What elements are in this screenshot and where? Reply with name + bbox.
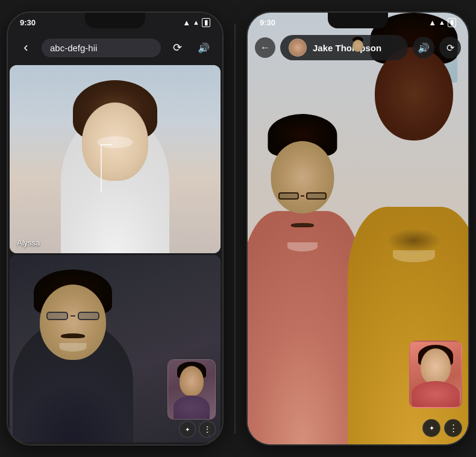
right-rotate-button[interactable]: ⟳ <box>439 37 461 58</box>
left-back-button[interactable]: ‹ <box>16 40 36 55</box>
right-self-view-person <box>410 342 461 407</box>
sparkle-button[interactable]: ✦ <box>179 421 196 438</box>
christophe-self-view-controls: ✦ ⋮ <box>179 421 216 438</box>
call-code-display: abc-defg-hii <box>42 39 161 57</box>
right-sparkle-icon: ✦ <box>429 424 434 432</box>
speaker-icon: 🔊 <box>198 42 210 54</box>
left-rotate-button[interactable]: ⟳ <box>167 37 187 58</box>
right-speaker-icon: 🔊 <box>418 42 430 54</box>
right-battery-icon: ▮ <box>448 18 456 27</box>
sparkle-icon: ✦ <box>185 426 190 433</box>
caller-info-pill: Jake Thompson <box>280 35 408 60</box>
right-more-icon: ⋮ <box>449 423 458 433</box>
right-sparkle-button[interactable]: ✦ <box>422 419 440 437</box>
rotate-camera-icon: ⟳ <box>173 41 182 54</box>
alyssa-label: Alyssa <box>17 238 40 247</box>
right-rotate-icon: ⟳ <box>446 42 454 54</box>
right-notch <box>328 13 388 28</box>
right-self-view-head <box>421 348 451 385</box>
christophe-video-cell: ✦ ⋮ Christophe ⋮ <box>10 255 221 443</box>
right-wifi-icon: ▲ <box>439 19 445 26</box>
left-video-grid: Alyssa <box>8 63 222 444</box>
right-topbar: ← Jake Thompson 🔊 ⟳ <box>248 32 468 63</box>
right-self-view <box>409 341 462 408</box>
right-status-icons: ▲ ▲ ▮ <box>428 18 456 27</box>
back-arrow-icon: ← <box>260 42 270 53</box>
left-status-icons: ▲ ▲ ▮ <box>183 18 210 27</box>
left-screen: 9:30 ▲ ▲ ▮ ‹ abc-defg-hii ⟳ 🔊 <box>8 13 222 444</box>
wifi-icon: ▲ <box>193 19 199 26</box>
battery-icon: ▮ <box>202 18 210 27</box>
alyssa-video-cell: Alyssa <box>10 65 221 253</box>
right-more-button[interactable]: ⋮ <box>444 419 462 437</box>
self-view-person <box>168 360 215 419</box>
caller-avatar <box>289 39 307 57</box>
left-phone: 9:30 ▲ ▲ ▮ ‹ abc-defg-hii ⟳ 🔊 <box>7 11 224 446</box>
right-screen: 9:30 ▲ ▲ ▮ ← Jake Thompson 🔊 <box>248 13 468 444</box>
right-time: 9:30 <box>260 18 275 27</box>
more-icon: ⋮ <box>203 424 211 434</box>
signal-icon: ▲ <box>183 18 190 27</box>
left-speaker-button[interactable]: 🔊 <box>193 37 214 58</box>
self-view-head <box>180 366 204 396</box>
left-notch <box>85 13 145 28</box>
right-phone: 9:30 ▲ ▲ ▮ ← Jake Thompson 🔊 <box>246 11 469 446</box>
left-person-figure <box>248 56 363 444</box>
right-speaker-button[interactable]: 🔊 <box>413 37 434 58</box>
right-back-button[interactable]: ← <box>255 37 275 58</box>
phone-divider <box>234 24 236 433</box>
christophe-self-view <box>168 359 216 420</box>
right-signal-icon: ▲ <box>428 18 436 27</box>
left-time: 9:30 <box>20 18 36 27</box>
more-options-button[interactable]: ⋮ <box>199 421 216 438</box>
right-self-view-controls: ✦ ⋮ <box>422 419 462 437</box>
caller-name-text: Jake Thompson <box>313 43 381 53</box>
left-topbar: ‹ abc-defg-hii ⟳ 🔊 <box>8 32 222 63</box>
